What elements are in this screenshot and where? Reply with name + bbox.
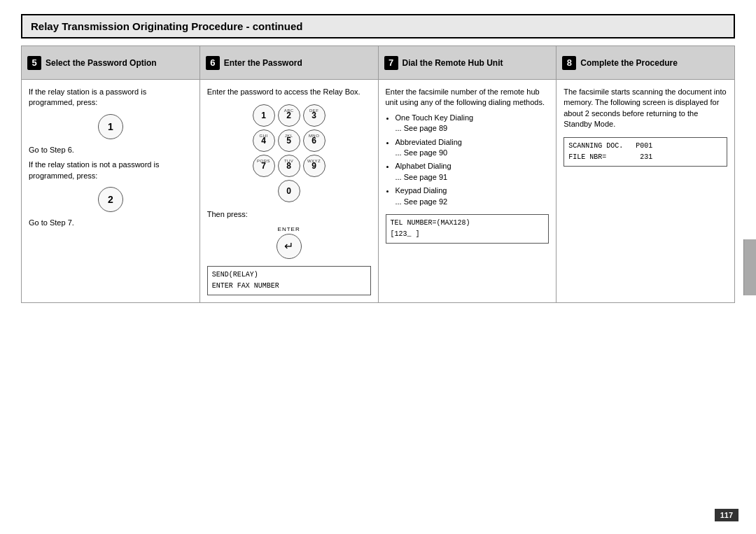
step-5-para-1: If the relay station is a password is pr… — [29, 87, 192, 108]
key-2: ABC 2 — [278, 104, 300, 127]
key-5-sub: JKL — [285, 134, 293, 138]
step-6-col: 6 Enter the Password Enter the password … — [200, 46, 379, 302]
step-8-col: 8 Complete the Procedure The facsimile s… — [556, 46, 734, 302]
key-6-sub: MNO — [309, 134, 320, 138]
step-8-number: 8 — [562, 56, 576, 70]
key-7: PQRS 7 — [253, 155, 275, 177]
enter-btn-container: ENTER ↵ — [207, 226, 371, 259]
step-6-title: Enter the Password — [224, 58, 302, 68]
step-7-li-2-sub: ... See page 90 — [396, 148, 448, 157]
step-7-lcd-line1: TEL NUMBER=(MAX128) — [391, 218, 545, 229]
step-6-header: 6 Enter the Password — [200, 46, 378, 80]
step-7-list: One Touch Key Dialing ... See page 89 Ab… — [396, 113, 550, 207]
key-3-sub: DEF — [309, 108, 319, 113]
step-6-number: 6 — [206, 56, 220, 70]
step-6-body: Enter the password to access the Relay B… — [200, 80, 378, 302]
step-7-intro: Enter the facsimile number of the remote… — [386, 87, 550, 108]
step-7-li-1-sub: ... See page 89 — [396, 124, 448, 132]
key-0: 0 — [278, 180, 300, 202]
step-5-goto7: Go to Step 7. — [29, 218, 192, 228]
step-8-text: The facsimile starts scanning the docume… — [564, 87, 727, 130]
step-5-body: If the relay station is a password is pr… — [22, 80, 200, 302]
step-5-header: 5 Select the Password Option — [22, 46, 200, 80]
step-7-title: Dial the Remote Hub Unit — [402, 58, 503, 68]
enter-label: ENTER — [278, 226, 300, 232]
page-number: 117 — [715, 509, 738, 521]
key-4-sub: GHI — [260, 134, 268, 138]
key-1: 1 — [253, 104, 275, 127]
key-4: GHI 4 — [253, 129, 275, 152]
step-7-li-3: Alphabet Dialing ... See page 91 — [396, 161, 550, 183]
step-7-number: 7 — [384, 56, 398, 70]
step-8-lcd-line2: FILE NBR= 231 — [568, 152, 722, 163]
step-8-lcd-line1: SCANNING DOC. P001 — [568, 141, 722, 152]
step-5-col: 5 Select the Password Option If the rela… — [22, 46, 200, 302]
step-8-header: 8 Complete the Procedure — [556, 46, 734, 80]
step-7-li-1: One Touch Key Dialing ... See page 89 — [396, 113, 550, 134]
step-7-li-4: Keypad Dialing ... See page 92 — [396, 185, 550, 207]
step-6-lcd-line1: SEND(RELAY) — [212, 269, 366, 281]
step-8-lcd: SCANNING DOC. P001 FILE NBR= 231 — [564, 137, 727, 167]
step-7-lcd: TEL NUMBER=(MAX128) [123_ ] — [386, 214, 550, 244]
then-press-label: Then press: — [207, 209, 371, 220]
step-5-btn1: 1 — [98, 114, 123, 139]
key-9-sub: WXYZ — [307, 159, 321, 163]
key-6: MNO 6 — [303, 129, 326, 152]
key-3: DEF 3 — [303, 104, 326, 127]
enter-button: ↵ — [276, 234, 302, 259]
step-5-number: 5 — [27, 56, 41, 70]
key-0-main: 0 — [286, 186, 291, 196]
step-6-lcd-line2: ENTER FAX NUMBER — [212, 281, 366, 292]
step-7-col: 7 Dial the Remote Hub Unit Enter the fac… — [379, 46, 557, 302]
step-7-header: 7 Dial the Remote Hub Unit — [379, 46, 556, 80]
key-5: JKL 5 — [278, 129, 300, 152]
step-7-li-4-sub: ... See page 92 — [396, 197, 448, 206]
step-5-btn2: 2 — [98, 187, 123, 212]
key-8-sub: TUV — [284, 159, 294, 163]
step-6-lcd: SEND(RELAY) ENTER FAX NUMBER — [207, 266, 371, 295]
right-sidebar-tab — [743, 239, 756, 295]
step-5-title: Select the Password Option — [46, 58, 157, 68]
key-7-sub: PQRS — [257, 159, 270, 163]
key-9: WXYZ 9 — [303, 155, 326, 177]
key-8: TUV 8 — [278, 155, 300, 177]
keypad: 1 ABC 2 DEF 3 GHI 4 JKL — [253, 104, 326, 202]
step-7-li-2: Abbreviated Dialing ... See page 90 — [396, 137, 550, 159]
step-5-para-2: If the relay station is not a password i… — [29, 160, 192, 181]
page-title: Relay Transmission Originating Procedure… — [21, 14, 735, 38]
steps-row: 5 Select the Password Option If the rela… — [21, 45, 735, 303]
keypad-container: 1 ABC 2 DEF 3 GHI 4 JKL — [207, 104, 371, 202]
step-5-goto6: Go to Step 6. — [29, 145, 192, 155]
step-8-body: The facsimile starts scanning the docume… — [556, 80, 734, 302]
step-7-lcd-line2: [123_ ] — [391, 229, 545, 240]
step-7-body: Enter the facsimile number of the remote… — [379, 80, 556, 302]
key-1-main: 1 — [261, 111, 266, 120]
step-8-title: Complete the Procedure — [580, 58, 678, 68]
key-2-sub: ABC — [284, 108, 294, 113]
step-7-li-3-sub: ... See page 91 — [396, 173, 448, 181]
step-6-intro: Enter the password to access the Relay B… — [207, 87, 371, 97]
